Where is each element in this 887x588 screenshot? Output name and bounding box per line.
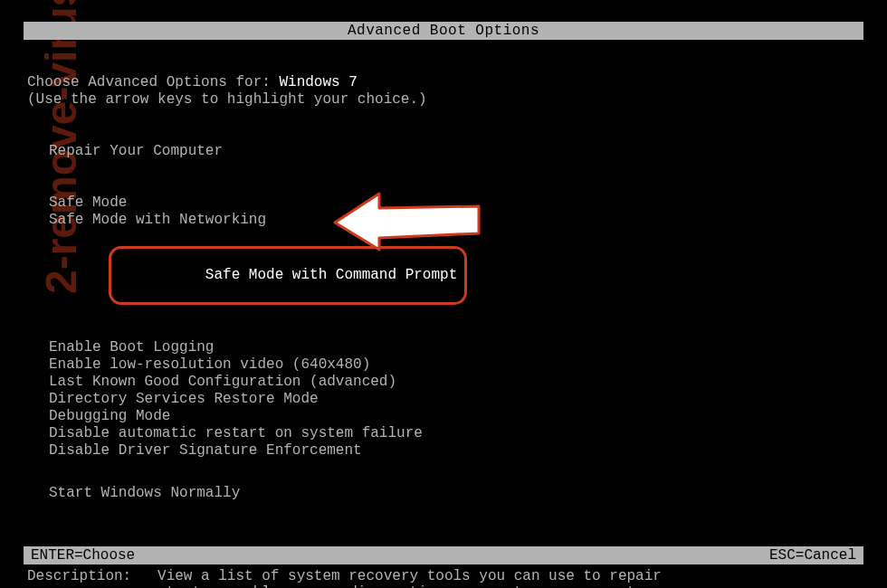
description-label: Description:: [27, 568, 157, 584]
option-safe-mode-cmd-highlight: Safe Mode with Command Prompt: [109, 246, 467, 305]
boot-screen: Advanced Boot Options Choose Advanced Op…: [24, 22, 863, 564]
os-name: Windows 7: [279, 74, 357, 90]
choose-prompt: Choose Advanced Options for: Windows 7: [27, 74, 860, 91]
description-line1: View a list of system recovery tools you…: [157, 568, 662, 584]
option-last-known-good[interactable]: Last Known Good Configuration (advanced): [49, 374, 860, 391]
option-safe-mode-networking[interactable]: Safe Mode with Networking: [49, 212, 860, 229]
option-ds-restore[interactable]: Directory Services Restore Mode: [49, 391, 860, 408]
prompt-prefix: Choose Advanced Options for:: [27, 74, 279, 90]
arrow-hint: (Use the arrow keys to highlight your ch…: [27, 91, 860, 109]
option-debugging[interactable]: Debugging Mode: [49, 408, 860, 425]
page-title: Advanced Boot Options: [24, 22, 863, 40]
option-disable-driver-sig[interactable]: Disable Driver Signature Enforcement: [49, 442, 860, 460]
footer-esc-label: ESC=Cancel: [769, 547, 856, 564]
option-repair-computer[interactable]: Repair Your Computer: [49, 143, 860, 160]
option-boot-logging[interactable]: Enable Boot Logging: [49, 339, 860, 356]
footer-enter-label: ENTER=Choose: [31, 547, 135, 564]
option-disable-auto-restart[interactable]: Disable automatic restart on system fail…: [49, 425, 860, 442]
footer-bar: ENTER=Choose ESC=Cancel: [24, 546, 863, 564]
description-line2: startup problems, run diagnostics, or re…: [157, 584, 662, 588]
option-safe-mode[interactable]: Safe Mode: [49, 194, 860, 212]
option-safe-mode-cmd[interactable]: Safe Mode with Command Prompt: [205, 267, 457, 283]
option-low-res-video[interactable]: Enable low-resolution video (640x480): [49, 356, 860, 374]
option-start-normally[interactable]: Start Windows Normally: [49, 485, 860, 502]
description-block: Description: View a list of system recov…: [27, 568, 860, 588]
